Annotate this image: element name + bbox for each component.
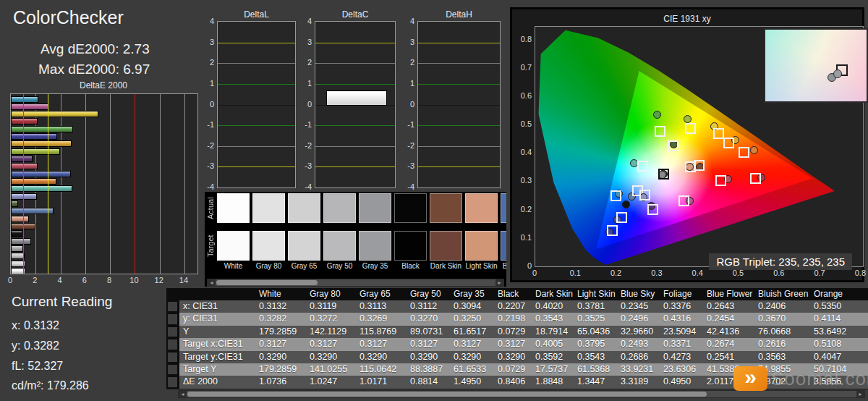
- axis-tick-label: 0: [200, 100, 214, 109]
- inset-measured-point: [833, 69, 842, 78]
- bar-gray-50: [11, 245, 23, 252]
- swatch-panel: Actual Target WhiteGray 80Gray 65Gray 50…: [205, 192, 506, 287]
- reading-y-value: y: 0.3282: [12, 339, 59, 353]
- table-cell: 53.6492: [810, 326, 861, 338]
- bar-purplish-blue: [11, 171, 71, 177]
- swatch-target-white: [217, 231, 250, 261]
- gridline: [315, 166, 395, 167]
- swatch-actual-gray-35: [359, 193, 391, 223]
- swatch-actual-blue-sky: [501, 193, 506, 223]
- axis-tick-label: 3: [297, 38, 312, 46]
- axis-tick-label: -2: [297, 141, 312, 150]
- target-row-label: Target: [206, 231, 216, 261]
- rgb-triplet-readout: RGB Triplet: 235, 235, 235: [709, 253, 852, 270]
- table-cell: 0.2643: [703, 300, 754, 313]
- gridline: [315, 84, 395, 85]
- table-cell: 1.0171: [356, 376, 407, 388]
- row-handle[interactable]: [166, 313, 179, 325]
- table-cell: 0.3290: [450, 351, 494, 363]
- gridline: [418, 84, 500, 85]
- table-cell: 0.3371: [660, 338, 703, 350]
- axis-tick-label: 3: [400, 38, 414, 46]
- gridline: [218, 125, 295, 126]
- table-row: Target y:CIE310.32900.32900.32900.32900.…: [166, 351, 868, 363]
- table-cell: 0.3127: [450, 338, 494, 350]
- actual-row-label: Actual: [206, 193, 216, 223]
- swatch-scrollbar-thumb[interactable]: [216, 280, 318, 285]
- axis-tick-label: 1: [400, 79, 414, 88]
- table-header-blue-flower: Blue Flower: [703, 288, 754, 300]
- swatch-label: Gray 35: [359, 262, 391, 270]
- table-row: y: CIE310.32820.32720.32690.32700.32500.…: [166, 313, 868, 325]
- deltal-chart: [217, 21, 296, 188]
- deltae-chart-title: DeltaE 2000: [10, 80, 197, 90]
- table-header-gray-35: Gray 35: [450, 288, 494, 300]
- deltah-chart-group: DeltaH 43210-1-2-3-4: [400, 9, 501, 192]
- axis-tick-label: 0.3: [514, 176, 532, 185]
- bar-light-skin: [11, 216, 29, 222]
- reading-cdm2-value: cd/m²: 179.286: [12, 379, 89, 392]
- bar-black: [11, 230, 22, 237]
- table-cell: 115.0642: [356, 363, 407, 376]
- table-cell: 0.3250: [450, 313, 494, 325]
- swatch-scrollbar[interactable]: ◄ ►: [207, 279, 504, 287]
- axis-tick-label: 0.6: [514, 91, 532, 100]
- target-blue: [607, 225, 618, 236]
- table-scrollbar-thumb[interactable]: [187, 392, 707, 397]
- table-cell: 0.2198: [494, 313, 532, 325]
- table-cell: 0.3127: [356, 338, 407, 350]
- table-cell: 0.3543: [532, 313, 574, 325]
- row-handle[interactable]: [166, 376, 179, 388]
- table-cell: 0.3270: [407, 313, 450, 325]
- table-cell: 142.1129: [306, 326, 356, 338]
- bar-blue-flower: [11, 193, 37, 200]
- swatch-labels-row: WhiteGray 80Gray 65Gray 50Gray 35BlackDa…: [217, 262, 506, 270]
- swatch-actual-dark-skin: [430, 193, 462, 223]
- table-scroll-right-arrow[interactable]: ►: [856, 391, 864, 397]
- table-cell: 0.4005: [532, 338, 574, 350]
- table-cell: 0.4114: [810, 313, 861, 325]
- table-cell: 0.3670: [754, 313, 810, 325]
- swatch-target-gray-50: [323, 231, 356, 261]
- swatch-label: Dark Skin: [430, 262, 462, 270]
- swatch-scroll-left-arrow[interactable]: ◄: [208, 279, 216, 286]
- axis-tick-label: 2: [297, 58, 312, 67]
- swatch-label: Gray 80: [252, 262, 285, 270]
- table-header-orange: Orange: [810, 288, 861, 300]
- reference-line: [135, 94, 135, 274]
- row-handle[interactable]: [166, 338, 179, 350]
- deltah-chart: [417, 21, 501, 188]
- table-scrollbar[interactable]: ◄ ►: [178, 390, 865, 398]
- table-cell: 1.3447: [574, 376, 617, 388]
- table-cell: 0.3127: [306, 338, 356, 350]
- target-cyan: [610, 190, 621, 201]
- row-handle[interactable]: [166, 363, 179, 376]
- bar-green: [11, 126, 73, 132]
- row-handle[interactable]: [166, 326, 179, 338]
- table-header-blue-sky: Blue Sky: [617, 288, 660, 300]
- table-cell: 0.3290: [494, 351, 532, 363]
- bar-yellow-green: [11, 148, 60, 155]
- row-handle[interactable]: [166, 300, 179, 313]
- row-handle[interactable]: [166, 351, 179, 363]
- table-cell: 0.8406: [494, 376, 532, 388]
- gridline: [315, 146, 395, 147]
- target-orange-yellow: [723, 138, 734, 148]
- row-label: Target y:CIE31: [179, 351, 255, 363]
- measured-black: [622, 200, 630, 208]
- table-cell: 115.8769: [356, 326, 407, 338]
- table-cell: 0.3127: [407, 338, 450, 350]
- table-cell: 0.3119: [306, 300, 356, 313]
- row-label: x: CIE31: [179, 300, 255, 313]
- actual-swatch-row: [217, 193, 506, 223]
- target-red: [750, 173, 761, 184]
- table-scroll-left-arrow[interactable]: ◄: [179, 391, 187, 397]
- swatch-scroll-right-arrow[interactable]: ►: [495, 279, 503, 286]
- gridline: [218, 166, 295, 167]
- row-label: Y: [179, 326, 255, 338]
- swatch-label: Blue Sky: [501, 262, 506, 270]
- swatch-actual-light-skin: [465, 193, 498, 223]
- gridline: [315, 125, 395, 126]
- table-cell: 65.0436: [574, 326, 617, 338]
- row-label: Target x:CIE31: [179, 338, 255, 350]
